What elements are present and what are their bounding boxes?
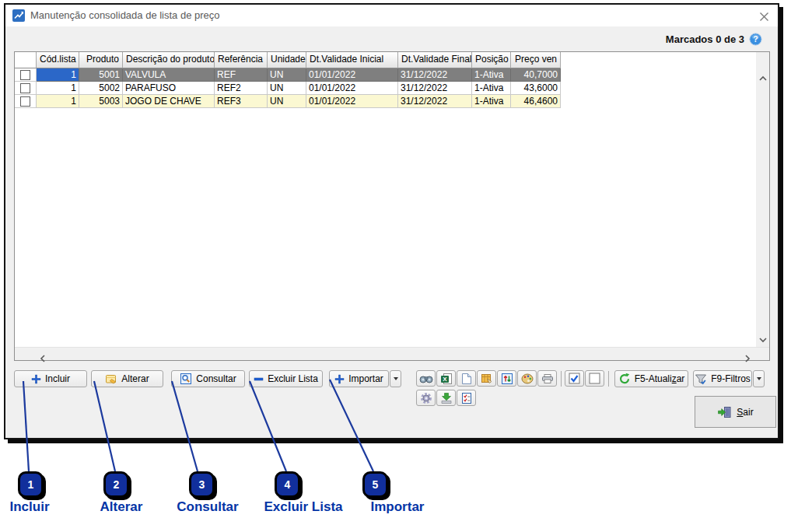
f9-dropdown-button[interactable] — [753, 370, 765, 387]
header-dt-final[interactable]: Dt.Validade Final — [398, 52, 472, 68]
scroll-right-icon[interactable] — [744, 352, 752, 358]
settings-button[interactable] — [416, 390, 436, 406]
row-checkbox[interactable] — [15, 82, 37, 95]
excluir-lista-button[interactable]: Excluir Lista — [249, 370, 323, 387]
chevron-down-icon — [757, 377, 761, 380]
importar-button[interactable]: Importar — [329, 370, 389, 387]
callout-badge-4: 4 — [275, 471, 300, 498]
edit-note-icon — [105, 373, 117, 385]
header-posicao[interactable]: Posição — [472, 52, 511, 68]
alterar-button[interactable]: Alterar — [91, 370, 163, 387]
cell-produto[interactable]: 5001 — [79, 68, 123, 82]
scroll-left-icon[interactable] — [40, 352, 47, 358]
cell-referencia[interactable]: REF3 — [215, 95, 268, 108]
cell-unidade[interactable]: UN — [268, 95, 306, 108]
importar-dropdown-button[interactable] — [390, 370, 401, 387]
print-button[interactable] — [537, 370, 557, 387]
binoculars-button[interactable] — [416, 370, 436, 387]
cell-dt-inicial[interactable]: 01/01/2022 — [306, 82, 398, 95]
cell-dt-final[interactable]: 31/12/2022 — [398, 68, 472, 82]
exit-door-icon — [717, 406, 732, 418]
close-icon[interactable] — [758, 10, 770, 23]
window-title: Manutenção consolidada de lista de preço — [30, 5, 220, 26]
header-unidade[interactable]: Unidade — [268, 52, 306, 68]
consultar-label: Consultar — [196, 373, 236, 384]
printer-icon — [541, 373, 554, 384]
excel-icon: X — [440, 373, 453, 385]
marked-statusbar: Marcados 0 de 3 ? — [666, 33, 762, 46]
scroll-down-icon[interactable] — [759, 332, 767, 338]
cell-produto[interactable]: 5002 — [79, 82, 123, 95]
export-excel-button[interactable]: X — [436, 370, 456, 387]
cell-referencia[interactable]: REF2 — [215, 82, 268, 95]
unmark-all-button[interactable] — [585, 370, 604, 387]
callout-label-excluir-lista: Excluir Lista — [260, 499, 347, 516]
excluir-lista-label: Excluir Lista — [268, 373, 318, 384]
marked-status: Marcados 0 de 3 — [666, 33, 744, 45]
alterar-label: Alterar — [121, 373, 149, 384]
header-descricao[interactable]: Descrição do produto — [123, 52, 215, 68]
cell-descricao[interactable]: JOGO DE CHAVE — [123, 95, 215, 108]
cell-posicao[interactable]: 1-Ativa — [472, 82, 511, 95]
cell-cod-lista[interactable]: 1 — [37, 95, 79, 108]
price-list-grid: Cód.lista Produto Descrição do produto R… — [14, 51, 770, 361]
app-icon — [12, 9, 25, 22]
cell-dt-inicial[interactable]: 01/01/2022 — [306, 95, 398, 108]
cell-descricao[interactable]: VALVULA — [123, 68, 215, 82]
select-columns-button[interactable] — [477, 370, 496, 387]
new-document-button[interactable] — [457, 370, 476, 387]
cell-descricao[interactable]: PARAFUSO — [123, 82, 215, 95]
header-select[interactable] — [15, 52, 37, 68]
consultar-button[interactable]: Consultar — [171, 370, 245, 387]
row-checkbox[interactable] — [15, 95, 37, 108]
svg-text:?: ? — [753, 34, 758, 44]
scroll-up-icon[interactable] — [759, 71, 767, 77]
checkbox-icon — [20, 70, 30, 80]
cell-preco[interactable]: 46,4600 — [511, 95, 561, 108]
cell-dt-final[interactable]: 31/12/2022 — [398, 82, 472, 95]
plus-icon — [334, 374, 345, 384]
colors-button[interactable] — [517, 370, 537, 387]
toolbar-separator — [561, 371, 562, 387]
header-cod-lista[interactable]: Cód.lista — [37, 52, 79, 68]
cell-cod-lista[interactable]: 1 — [37, 82, 79, 95]
cell-preco[interactable]: 43,6000 — [511, 82, 561, 95]
plus-icon — [31, 374, 41, 384]
import-file-button[interactable] — [436, 390, 456, 406]
callout-badge-3: 3 — [189, 471, 215, 498]
header-dt-inicial[interactable]: Dt.Validade Inicial — [306, 52, 398, 68]
cell-dt-inicial[interactable]: 01/01/2022 — [306, 68, 398, 82]
cell-unidade[interactable]: UN — [268, 68, 306, 82]
callout-badge-2: 2 — [103, 471, 129, 498]
cell-posicao[interactable]: 1-Ativa — [472, 68, 511, 82]
f9-label: F9-Filtros — [711, 373, 751, 384]
cell-posicao[interactable]: 1-Ativa — [472, 95, 511, 108]
f5-label: F5-Atualizar — [635, 373, 685, 384]
cell-preco[interactable]: 40,7000 — [511, 68, 561, 82]
row-checkbox[interactable] — [15, 68, 37, 82]
f5-atualizar-button[interactable]: F5-Atualizar — [614, 370, 688, 387]
download-arrow-icon — [440, 392, 453, 404]
checklist-button[interactable] — [457, 390, 476, 406]
cell-unidade[interactable]: UN — [268, 82, 306, 95]
incluir-button[interactable]: Incluir — [14, 370, 87, 387]
callout-badge-5: 5 — [362, 471, 388, 498]
f9-filtros-button[interactable]: F9-Filtros — [693, 370, 752, 387]
header-produto[interactable]: Produto — [79, 52, 123, 68]
horizontal-scrollbar[interactable] — [15, 347, 769, 360]
callout-label-alterar: Alterar — [92, 499, 151, 516]
mark-all-button[interactable] — [565, 370, 584, 387]
filter-icon — [695, 373, 707, 385]
header-preco[interactable]: Preço ven — [511, 52, 561, 68]
sair-button[interactable]: Sair — [717, 406, 753, 418]
vertical-scrollbar[interactable] — [756, 52, 769, 348]
help-icon[interactable]: ? — [749, 33, 762, 46]
cell-dt-final[interactable]: 31/12/2022 — [398, 95, 472, 108]
sort-order-button[interactable] — [497, 370, 516, 387]
cell-produto[interactable]: 5003 — [79, 95, 123, 108]
title-bar: Manutenção consolidada de lista de preço — [5, 5, 778, 26]
sair-panel: Sair — [695, 396, 776, 428]
cell-referencia[interactable]: REF — [215, 68, 268, 82]
cell-cod-lista[interactable]: 1 — [37, 68, 79, 82]
header-referencia[interactable]: Referência — [215, 52, 268, 68]
